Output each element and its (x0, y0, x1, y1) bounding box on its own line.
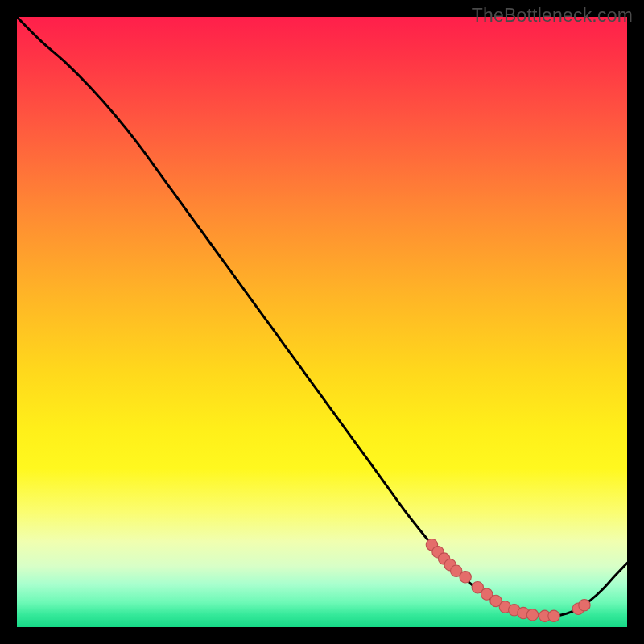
chart-stage: TheBottleneck.com (0, 0, 644, 644)
watermark-label: TheBottleneck.com (472, 5, 633, 27)
highlight-dot (526, 609, 538, 621)
highlight-dot (460, 572, 471, 583)
curve-layer (17, 17, 627, 627)
plot-frame (11, 11, 633, 633)
bottleneck-curve (17, 17, 627, 617)
highlight-dot (548, 610, 559, 621)
highlight-dots (426, 539, 590, 621)
plot-area (17, 17, 627, 627)
highlight-dot (579, 600, 590, 611)
